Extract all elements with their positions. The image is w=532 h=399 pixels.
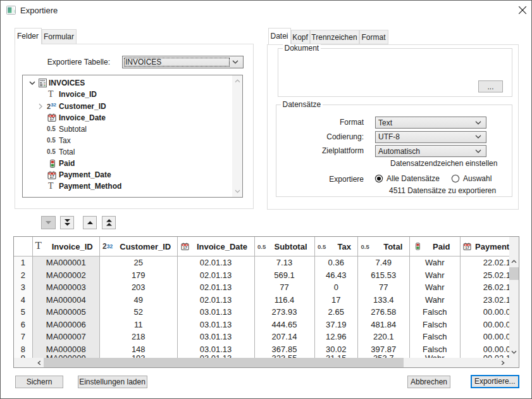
svg-text:17: 17 (49, 174, 54, 179)
svg-text:17: 17 (183, 246, 187, 250)
svg-text:17: 17 (49, 117, 54, 121)
svg-text:17: 17 (465, 246, 469, 250)
